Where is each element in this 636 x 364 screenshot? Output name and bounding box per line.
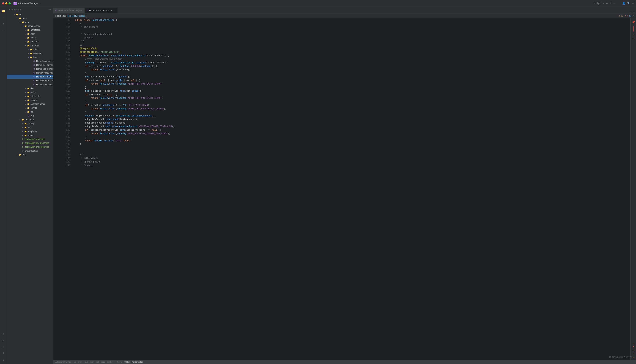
tree-item-HomeUserCenterContr[interactable]: C HomeUserCenterContr (7, 82, 53, 86)
tree-item-src[interactable]: 📁 src (7, 12, 53, 16)
bc-HomePetController[interactable]: ⊙ HomePetController (124, 361, 143, 363)
more-tools-icon[interactable]: ··· (1, 27, 7, 33)
settings-icon[interactable]: ⚙ (632, 2, 634, 5)
more-icon[interactable]: ⋯ (613, 2, 615, 5)
app-icon: AM (14, 2, 17, 5)
settings-side-icon[interactable]: ⚙ (1, 357, 7, 362)
build-icon[interactable]: ⚙ (610, 2, 611, 5)
code-editor: 38public class HomePetController { 100 /… (53, 18, 636, 360)
tree-item-resources[interactable]: 📁 resources (7, 118, 53, 122)
tree-item-admin[interactable]: 📁 admin (7, 48, 53, 52)
editor-info-bar: public class HomePetController { ⚠ 12 ✕ … (53, 14, 636, 18)
expand-icon[interactable]: ⤢ (633, 11, 634, 13)
collapse-icon[interactable]: ▾ (633, 15, 634, 17)
sidebar-header[interactable]: ▾ Project ⋯ (7, 7, 53, 12)
maximize-button[interactable] (9, 2, 11, 4)
close-button[interactable] (2, 2, 4, 4)
tree-item-com-pet-base[interactable]: 📁 com.pet.base (7, 24, 53, 28)
search-icon[interactable]: 🔍 (627, 2, 630, 5)
bc-java[interactable]: java (85, 361, 88, 363)
tree-item-static[interactable]: 📁 static (7, 126, 53, 129)
bc-main[interactable]: main (78, 361, 83, 363)
run-icon[interactable]: ▶ (606, 2, 608, 5)
warning-marker: — (633, 34, 634, 36)
tree-item-constant[interactable]: 📁 constant (7, 40, 53, 44)
bc-controller[interactable]: controller (107, 361, 115, 363)
tree-item-HomeFaqController[interactable]: C HomeFaqController (7, 63, 53, 67)
right-panel: 📌 — — — ● — — — (630, 18, 636, 360)
tree-item-annotation[interactable]: 📁 annotation (7, 28, 53, 32)
run-debug-icon[interactable]: ▷ (1, 338, 7, 344)
tree-item-HomeStrayPetControll[interactable]: C HomeStrayPetControll (7, 79, 53, 82)
bc-base[interactable]: base (101, 361, 105, 363)
problems-icon[interactable]: ⚠ (1, 344, 7, 350)
bookmark-icon[interactable]: ☆ (1, 14, 7, 20)
breadcrumb: AdoptionStrayPets › src › main › java › … (55, 361, 143, 363)
sidebar-content: 📁 src 📁 main 📁 java 📁 com.pet.base (7, 12, 53, 364)
tree-item-common[interactable]: 📁 common (7, 52, 53, 55)
tab-close-HomePetController[interactable]: ✕ (113, 10, 115, 12)
tree-item-schedule-admin[interactable]: 📁 schedule.admin (7, 102, 53, 106)
bc-home[interactable]: home (117, 361, 122, 363)
tree-item-main[interactable]: 📁 main (7, 16, 53, 20)
tree-item-config[interactable]: 📁 config (7, 36, 53, 40)
tree-item-HomeIndexController[interactable]: C HomeIndexController (7, 67, 53, 71)
tree-item-interceptor[interactable]: 📁 interceptor (7, 94, 53, 98)
structure-icon[interactable]: ⊞ (1, 21, 7, 26)
tree-item-HomeNoticeController[interactable]: C HomeNoticeController (7, 71, 53, 75)
tree-item-service[interactable]: 📁 service (7, 106, 53, 110)
line-number-gutter (53, 18, 63, 360)
tab-overflow-icon[interactable]: ⋯ (630, 11, 631, 13)
tree-item-application-dev-properties[interactable]: ⚙ application-dev.properties (7, 141, 53, 145)
pin-icon[interactable]: 📌 (631, 20, 635, 24)
warning-marker-3: — (633, 342, 634, 344)
tree-item-dao[interactable]: 📁 dao (7, 86, 53, 90)
titlebar: AM AttractionsManager ▾ ⊞ App ▾ ▶ ⚙ ⋯ 👤 … (0, 0, 636, 7)
warning-marker-6: — (633, 356, 634, 358)
project-icon[interactable]: 📁 (1, 8, 7, 14)
tree-item-templates[interactable]: 📁 templates (7, 129, 53, 133)
tab-HomePetController[interactable]: C HomePetController.java ✕ (85, 8, 118, 13)
main-layout: 📁 ☆ ⊞ ··· ⊙ ▷ ⚠ ? ⚙ ▾ Project ⋯ 📁 src (0, 7, 636, 364)
warning-count[interactable]: ⚠ 12 (618, 15, 623, 17)
app-switcher-icon[interactable]: ⊞ App ▾ (594, 2, 604, 5)
warning-marker-4: — (633, 349, 634, 351)
error-count[interactable]: ✕ 3 (624, 15, 628, 17)
tree-item-App[interactable]: C App (7, 114, 53, 118)
code-content[interactable]: 38public class HomePetController { 100 /… (63, 18, 630, 360)
app-title: AttractionsManager (18, 2, 38, 4)
warnings-panel: ⚠ 12 ✕ 3 ℹ 2 ▾ (618, 15, 634, 17)
tree-item-home[interactable]: 📁 home (7, 55, 53, 59)
titlebar-actions: ⊞ App ▾ ▶ ⚙ ⋯ 👤 🔍 ⚙ (594, 2, 634, 5)
error-marker (633, 26, 633, 32)
tab-HomeIndexController[interactable]: C HomeIndexController.java (53, 8, 85, 13)
tree-item-HomeCommunityContr[interactable]: C HomeCommunityContr (7, 59, 53, 63)
bc-src[interactable]: src (74, 361, 76, 363)
editor-area: C HomeIndexController.java C HomePetCont… (53, 7, 636, 364)
tree-item-entity[interactable]: 📁 entity (7, 90, 53, 94)
tree-item-util[interactable]: 📁 util (7, 110, 53, 114)
tree-item-upload[interactable]: 📁 upload (7, 133, 53, 137)
status-bar: AdoptionStrayPets › src › main › java › … (53, 360, 636, 364)
error-marker-2: ● (633, 346, 634, 348)
minimize-button[interactable] (5, 2, 8, 4)
bc-com[interactable]: com (90, 361, 94, 363)
tree-item-java[interactable]: 📁 java (7, 20, 53, 24)
tree-item-bean[interactable]: 📁 bean (7, 32, 53, 36)
bc-AdoptionStrayPets[interactable]: AdoptionStrayPets (55, 361, 72, 363)
title-chevron: ▾ (40, 2, 41, 4)
tree-item-application-prd-properties[interactable]: ⚙ application-prd.properties (7, 145, 53, 149)
tree-item-controller[interactable]: 📁 controller (7, 44, 53, 48)
git-icon[interactable]: ⊙ (1, 332, 7, 337)
help-icon[interactable]: ? (1, 350, 7, 356)
tree-item-test[interactable]: 📁 test (7, 153, 53, 157)
tree-item-listener[interactable]: 📁 listener (7, 98, 53, 102)
window-controls (2, 2, 11, 4)
tree-item-HomePetController[interactable]: C HomePetController (7, 75, 53, 79)
info-count[interactable]: ℹ 2 (629, 15, 631, 17)
tree-item-site-properties[interactable]: ⚙ site.properties (7, 149, 53, 153)
tree-item-application-properties[interactable]: ⚙ application.properties (7, 137, 53, 141)
bc-pet[interactable]: pet (96, 361, 99, 363)
user-icon[interactable]: 👤 (622, 2, 625, 5)
tree-item-backup[interactable]: 📁 backup (7, 122, 53, 126)
